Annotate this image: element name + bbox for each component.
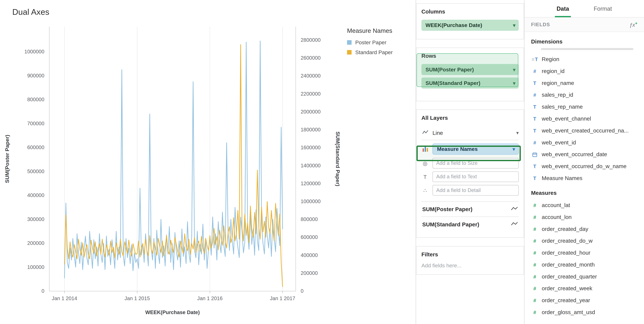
chart-title: Dual Axes xyxy=(12,7,49,17)
field-item-order-created-year[interactable]: #order_created_year xyxy=(524,295,644,307)
add-calculation-icon[interactable]: ƒx+ xyxy=(630,21,638,28)
chevron-down-icon[interactable]: ▾ xyxy=(512,146,515,152)
svg-text:2800000: 2800000 xyxy=(300,37,320,43)
filters-section: Filters Add fields here... xyxy=(416,246,524,275)
svg-text:WEEK(Purchase Date): WEEK(Purchase Date) xyxy=(145,310,200,315)
text-field-input[interactable] xyxy=(432,171,519,182)
field-item-region-id[interactable]: #region_id xyxy=(524,65,644,77)
svg-text:Jan 1 2014: Jan 1 2014 xyxy=(52,296,77,301)
columns-header: Columns xyxy=(421,9,519,15)
field-item-web-event-occurred-do-w-name[interactable]: Tweb_event_occurred_do_w_name xyxy=(524,160,644,172)
svg-text:0: 0 xyxy=(300,288,304,294)
svg-text:Jan 1 2015: Jan 1 2015 xyxy=(124,296,150,301)
rows-pill-sum-poster-paper[interactable]: SUM(Poster Paper) ▾ xyxy=(421,64,519,75)
field-item-region[interactable]: =TRegion xyxy=(524,53,644,65)
field-label: order_created_year xyxy=(542,297,590,304)
svg-text:1000000: 1000000 xyxy=(24,49,44,54)
svg-text:500000: 500000 xyxy=(27,168,44,174)
size-field-input[interactable] xyxy=(432,158,519,168)
field-item-web-event-channel[interactable]: Tweb_event_channel xyxy=(524,113,644,125)
detail-icon[interactable]: ∴ xyxy=(421,187,429,193)
number-icon: # xyxy=(531,202,538,208)
field-item-region-name[interactable]: Tregion_name xyxy=(524,77,644,89)
field-item-order-created-hour[interactable]: #order_created_hour xyxy=(524,247,644,259)
svg-text:SUM(Standard Paper): SUM(Standard Paper) xyxy=(335,132,341,186)
fields-header: FIELDS xyxy=(531,22,550,27)
field-item-order-created-week[interactable]: #order_created_week xyxy=(524,283,644,295)
tab-data[interactable]: Data xyxy=(555,0,571,17)
field-label: web_event_occurred_date xyxy=(542,151,607,158)
field-label: Measure Names xyxy=(542,175,582,181)
size-shelf: ◎ xyxy=(421,158,519,168)
field-item-sales-rep-id[interactable]: #sales_rep_id xyxy=(524,89,644,101)
field-item-sales-rep-name[interactable]: Tsales_rep_name xyxy=(524,101,644,113)
color-marks-icon[interactable] xyxy=(421,147,429,152)
svg-text:400000: 400000 xyxy=(300,252,318,258)
size-icon[interactable]: ◎ xyxy=(421,160,429,166)
field-label: web_event_created_occurred_na... xyxy=(542,128,629,134)
shelf-panel: Columns WEEK(Purchase Date) ▾ Rows SUM(P… xyxy=(416,0,524,324)
field-label: region_name xyxy=(542,80,574,86)
field-item-order-gloss-amt-usd[interactable]: #order_gloss_amt_usd xyxy=(524,306,644,318)
series-line-poster-paper[interactable] xyxy=(64,41,282,278)
svg-text:1600000: 1600000 xyxy=(300,145,320,150)
filters-drop-target[interactable]: Add fields here... xyxy=(421,262,519,269)
fields-list: Dimensions =TRegion#region_idTregion_nam… xyxy=(524,39,644,318)
color-shelf: Measure Names ▾ xyxy=(421,144,519,155)
field-item-order-created-day[interactable]: #order_created_day xyxy=(524,223,644,235)
field-item-account-lat[interactable]: #account_lat xyxy=(524,199,644,211)
tab-format[interactable]: Format xyxy=(592,0,614,17)
panel-tabs: Data Format xyxy=(524,0,644,17)
field-item-order-created-month[interactable]: #order_created_month xyxy=(524,259,644,271)
line-chart-icon[interactable] xyxy=(511,206,518,212)
dimensions-list: =TRegion#region_idTregion_name#sales_rep… xyxy=(524,53,644,184)
number-icon: # xyxy=(531,262,538,268)
field-item-account-lon[interactable]: #account_lon xyxy=(524,211,644,223)
field-label: order_gloss_amt_usd xyxy=(542,309,595,315)
svg-text:900000: 900000 xyxy=(27,73,44,78)
mark-type-select[interactable]: Line ▾ xyxy=(421,126,519,140)
field-item-web-event-occurred-date[interactable]: web_event_occurred_date xyxy=(524,149,644,161)
chart-region: Jan 1 2014Jan 1 2015Jan 1 2016Jan 1 2017… xyxy=(0,0,416,324)
field-item-web-event-id[interactable]: #web_event_id xyxy=(524,137,644,149)
svg-text:2600000: 2600000 xyxy=(300,55,320,61)
calculated-text-icon: =T xyxy=(531,56,538,62)
detail-field-input[interactable] xyxy=(432,185,519,196)
columns-section: Columns WEEK(Purchase Date) ▾ xyxy=(416,3,524,39)
text-shelf: T xyxy=(421,171,519,182)
color-pill-measure-names[interactable]: Measure Names ▾ xyxy=(432,144,519,155)
field-item-web-event-created-occurred-na[interactable]: Tweb_event_created_occurred_na... xyxy=(524,125,644,137)
field-item-measure-names[interactable]: TMeasure Names xyxy=(524,172,644,184)
svg-text:600000: 600000 xyxy=(27,145,44,150)
field-label: order_created_week xyxy=(542,285,592,292)
svg-text:1400000: 1400000 xyxy=(300,163,320,168)
number-icon: # xyxy=(531,274,538,280)
field-item-order-created-do-w[interactable]: #order_created_do_w xyxy=(524,235,644,247)
line-chart-icon xyxy=(421,130,429,136)
text-icon[interactable]: T xyxy=(421,174,429,180)
svg-text:200000: 200000 xyxy=(300,270,318,276)
dimensions-header: Dimensions xyxy=(531,39,638,45)
measure-card-sum-standard-paper[interactable]: SUM(Standard Paper) xyxy=(421,216,519,232)
legend-item-poster-paper[interactable]: Poster Paper xyxy=(347,39,392,45)
line-chart-icon[interactable] xyxy=(511,221,518,227)
columns-pill-week-purchase-date[interactable]: WEEK(Purchase Date) ▾ xyxy=(421,20,519,31)
number-icon: # xyxy=(531,92,538,98)
chevron-down-icon[interactable]: ▾ xyxy=(513,80,516,86)
rows-pill-sum-standard-paper[interactable]: SUM(Standard Paper) ▾ xyxy=(421,78,519,89)
text-type-icon: T xyxy=(531,128,538,134)
chevron-down-icon[interactable]: ▾ xyxy=(513,67,516,72)
legend-swatch xyxy=(347,50,352,55)
svg-text:1800000: 1800000 xyxy=(300,127,320,133)
field-item-order-created-quarter[interactable]: #order_created_quarter xyxy=(524,271,644,283)
legend-item-standard-paper[interactable]: Standard Paper xyxy=(347,49,392,55)
field-label: web_event_occurred_do_w_name xyxy=(542,163,626,169)
chevron-down-icon[interactable]: ▾ xyxy=(513,22,516,28)
measure-card-sum-poster-paper[interactable]: SUM(Poster Paper) xyxy=(421,201,519,217)
svg-text:1200000: 1200000 xyxy=(300,180,320,186)
field-label: order_created_quarter xyxy=(542,274,597,280)
chevron-down-icon[interactable]: ▾ xyxy=(516,130,519,136)
number-icon: # xyxy=(531,214,538,220)
field-label: account_lon xyxy=(542,214,572,220)
svg-text:700000: 700000 xyxy=(27,121,44,126)
